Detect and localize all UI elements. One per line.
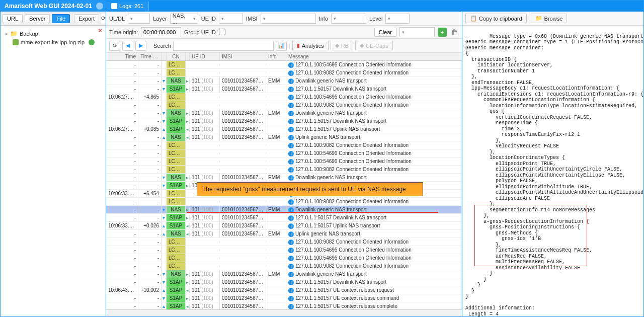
tree-folder-backup[interactable]: ▸ 📁 Backup: [4, 29, 103, 38]
app-title: Amarisoft Web GUI 2024-02-01: [5, 3, 92, 10]
table-row[interactable]: --LCSAPi127.0.1.100:9082 Connection Orie…: [106, 262, 462, 270]
col-info[interactable]: Info: [266, 53, 286, 60]
table-row[interactable]: --▾S1AP▸101 (100)001010123456789i127.0.1…: [106, 294, 462, 302]
table-header: Time Time diff CN UE ID IMSI Info Messag…: [106, 53, 462, 61]
table-row[interactable]: --LCSAPi127.0.1.100:9082 Connection Orie…: [106, 141, 462, 149]
chart-icon[interactable]: 📊: [276, 41, 287, 51]
table-row[interactable]: --LCSAPi127.0.1.100:9082 Connection Orie…: [106, 69, 462, 77]
file-label: mme-export-lte-lpp.log.zip: [21, 39, 85, 45]
level-combo[interactable]: [385, 14, 410, 24]
info-combo[interactable]: [331, 14, 366, 24]
table-row[interactable]: --▾S1AP▸101 (100)001010123456789i127.0.1…: [106, 85, 462, 93]
add-icon[interactable]: +: [438, 28, 447, 37]
tab-logs[interactable]: Logs: 261: [106, 2, 149, 11]
clipboard-icon: 📋: [470, 15, 477, 22]
col-time[interactable]: Time: [106, 53, 138, 60]
uldl-combo[interactable]: [128, 14, 150, 24]
imsi-label: IMSI: [246, 16, 258, 22]
table-row[interactable]: --LCSAPi127.0.1.100:54696 Connection Ori…: [106, 246, 462, 254]
tab-label: Logs: 261: [119, 3, 143, 9]
right-panel: 📋 Copy to clipboard 📁 Browse Message typ…: [462, 12, 643, 316]
next-icon[interactable]: ▶: [135, 41, 146, 51]
table-row[interactable]: --LCSAPi127.0.1.100:54696 Connection Ori…: [106, 149, 462, 157]
col-cn[interactable]: CN: [167, 53, 186, 60]
preset-combo[interactable]: [399, 27, 435, 37]
app-header: Amarisoft Web GUI 2024-02-01 Logs: 261: [1, 1, 643, 12]
horizontal-scrollbar[interactable]: [106, 309, 462, 316]
log-table: Time Time diff CN UE ID IMSI Info Messag…: [106, 53, 462, 309]
folder-label: Backup: [20, 31, 38, 37]
table-row[interactable]: --▾NAS▸101 (100)001010123456789EMMiDownl…: [106, 174, 462, 182]
col-arr: [186, 53, 190, 60]
ueid-label: UE ID: [201, 16, 216, 22]
uldl-label: UL/DL: [109, 16, 125, 22]
col-imsi[interactable]: IMSI: [220, 53, 266, 60]
table-row[interactable]: --LCSAPi127.0.1.100:9082 Connection Orie…: [106, 198, 462, 206]
col-dir: [162, 53, 167, 60]
table-row[interactable]: --LCSAPi127.0.1.100:54696 Connection Ori…: [106, 254, 462, 262]
check-icon: [89, 39, 95, 45]
collapse-sidebar-icon[interactable]: [96, 3, 103, 10]
table-row[interactable]: --LCSAPi127.0.1.100:9082 Connection Orie…: [106, 101, 462, 109]
info-label: Info: [319, 16, 328, 22]
sidebar-toolbar: URL Server File Export ⟳: [1, 12, 106, 26]
message-detail: Message type = 0x68 (Downlink generic NA…: [462, 26, 643, 316]
col-ueid[interactable]: UE ID: [190, 53, 220, 60]
analytics-button[interactable]: ▮ Analytics: [292, 41, 329, 50]
folder-icon: 📁: [10, 30, 18, 37]
table-row[interactable]: --▾S1AP▸101 (100)001010123456789i127.0.1…: [106, 117, 462, 125]
sidebar: URL Server File Export ⟳ ✕ ▸ 📁 Backup mm…: [1, 12, 106, 316]
refresh2-icon[interactable]: ⟳: [109, 41, 120, 51]
level-label: Level: [369, 16, 382, 22]
table-row[interactable]: --▴S1AP◂101 (100)001010123456789i127.0.1…: [106, 302, 462, 309]
search-input[interactable]: [173, 41, 274, 51]
export-button[interactable]: Export: [74, 14, 99, 23]
table-row[interactable]: --LCSAPi127.0.1.100:9082 Connection Orie…: [106, 238, 462, 246]
table-row[interactable]: --▴NAS◂101 (100)001010123456789EMMiUplin…: [106, 133, 462, 141]
chevron-right-icon: ▸: [6, 31, 8, 36]
table-row[interactable]: --LCSAPi127.0.1.100:54696 Connection Ori…: [106, 157, 462, 166]
browse-button[interactable]: 📁 Browse: [531, 14, 568, 23]
table-toolbar: ⟳ ◀ ▶ Search 📊 | ▮ Analytics ◆ RB ◆: [106, 39, 462, 53]
table-row[interactable]: 10:06:43.906+10.002▴S1AP◂101 (100)001010…: [106, 286, 462, 294]
table-row[interactable]: 10:06:33.904+0.026▴S1AP◂101 (100)0010101…: [106, 222, 462, 230]
copy-clipboard-button[interactable]: 📋 Copy to clipboard: [465, 14, 527, 23]
layer-combo[interactable]: NAS, ...: [170, 14, 198, 24]
uecaps-icon: ◆: [360, 42, 364, 49]
close-icon[interactable]: ✕: [98, 27, 103, 34]
table-row[interactable]: --▾NAS▸101 (100)001010123456789EMMiDownl…: [106, 109, 462, 117]
table-row[interactable]: --LCSAPi127.0.1.100:54696 Connection Ori…: [106, 61, 462, 69]
delete-icon[interactable]: 🗑: [450, 28, 459, 37]
uecaps-button[interactable]: ◆ UE-Caps: [355, 41, 393, 50]
table-row[interactable]: 10:06:27.389+4.865LCSAPi127.0.1.100:5469…: [106, 93, 462, 101]
folder-open-icon: 📁: [535, 15, 542, 22]
center-panel: UL/DL Layer NAS, ... UE ID IMSI Info Lev…: [106, 12, 462, 316]
right-toolbar: 📋 Copy to clipboard 📁 Browse: [462, 12, 643, 26]
table-row[interactable]: --▾S1AP▸101 (100)001010123456789i127.0.1…: [106, 214, 462, 222]
table-row[interactable]: 10:06:27.424+0.035▴S1AP◂101 (100)0010101…: [106, 125, 462, 133]
file-button[interactable]: File: [52, 14, 70, 23]
time-origin-input[interactable]: [141, 27, 181, 37]
clear-button[interactable]: Clear: [374, 28, 396, 37]
tree-file-item[interactable]: mme-export-lte-lpp.log.zip: [4, 38, 103, 46]
tab-bar: Logs: 261: [106, 1, 643, 12]
prev-icon[interactable]: ◀: [122, 41, 133, 51]
col-msg[interactable]: Message: [286, 53, 462, 60]
rb-button[interactable]: ◆ RB: [331, 41, 353, 50]
url-button[interactable]: URL: [3, 14, 23, 23]
ueid-combo[interactable]: [219, 14, 243, 24]
file-tree: ✕ ▸ 📁 Backup mme-export-lte-lpp.log.zip: [1, 26, 106, 316]
time-origin-label: Time origin:: [109, 29, 138, 35]
table-row[interactable]: --▾S1AP▸101 (100)001010123456789i127.0.1…: [106, 278, 462, 286]
table-row[interactable]: --▾NAS▸101 (100)001010123456789EMMiDownl…: [106, 77, 462, 85]
file-icon: [13, 39, 19, 45]
group-ueid-checkbox[interactable]: [219, 29, 225, 35]
layer-label: Layer: [153, 16, 167, 22]
table-row[interactable]: --▴NAS◂101 (100)001010123456789EMMiUplin…: [106, 230, 462, 238]
table-row[interactable]: --LCSAPi127.0.1.100:9082 Connection Orie…: [106, 166, 462, 174]
server-button[interactable]: Server: [25, 14, 50, 23]
col-diff[interactable]: Time diff: [138, 53, 162, 60]
table-row[interactable]: --▾NAS▸101 (100)001010123456789EMMiDownl…: [106, 270, 462, 278]
refresh-icon[interactable]: ⟳: [101, 14, 106, 24]
imsi-combo[interactable]: [261, 14, 316, 24]
